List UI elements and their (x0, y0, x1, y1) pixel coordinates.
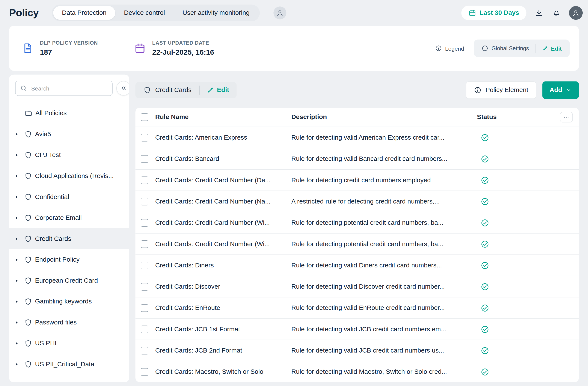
sidebar-collapse-button[interactable] (116, 81, 129, 95)
policy-item-label: CPJ Test (35, 151, 61, 159)
tab-device-control[interactable]: Device control (115, 6, 174, 20)
sidebar-policy-item[interactable]: US PII_Critical_Data (9, 354, 129, 375)
row-checkbox[interactable] (141, 155, 148, 163)
table-row[interactable]: Credit Cards: JCB 2nd Format Rule for de… (135, 340, 579, 361)
status-enabled-icon (481, 155, 489, 163)
sidebar-policy-item[interactable]: Corporate Email (9, 207, 129, 228)
row-checkbox[interactable] (141, 283, 148, 290)
select-all-checkbox[interactable] (141, 113, 148, 121)
chevron-right-icon (14, 341, 19, 345)
policy-item-label: Credit Cards (35, 235, 71, 242)
row-checkbox[interactable] (141, 219, 148, 226)
document-icon (22, 43, 33, 54)
shield-icon (24, 360, 32, 368)
policy-version-info: DLP POLICY VERSION 187 (22, 40, 98, 57)
table-row[interactable]: Credit Cards: Credit Card Number (Wi... … (135, 234, 579, 255)
sidebar-policy-item[interactable]: Cloud Applications (Revis... (9, 166, 129, 187)
top-bar-actions: Last 30 Days (461, 6, 583, 20)
tab-user-activity-monitoring[interactable]: User activity monitoring (174, 6, 258, 20)
status-enabled-icon (481, 346, 489, 355)
search-input[interactable] (30, 85, 108, 92)
updated-label: LAST UPDATED DATE (152, 40, 214, 46)
chevron-right-icon (14, 278, 19, 283)
edit-label: Edit (551, 45, 562, 51)
version-label: DLP POLICY VERSION (40, 40, 98, 46)
main-header: Credit Cards Edit Policy Element Add (135, 82, 579, 99)
user-avatar[interactable] (569, 6, 583, 20)
sidebar-item-all-policies[interactable]: All Policies (9, 105, 129, 122)
shield-icon (24, 256, 32, 263)
info-icon (435, 45, 442, 52)
table-row[interactable]: Credit Cards: Discover Rule for detectin… (135, 276, 579, 298)
date-range-button[interactable]: Last 30 Days (461, 6, 526, 20)
global-settings-button[interactable]: Global Settings (476, 40, 535, 57)
edit-global-settings-button[interactable]: Edit (535, 40, 568, 57)
sidebar-policy-item[interactable]: European Credit Card (9, 270, 129, 291)
download-button[interactable] (534, 8, 544, 18)
table-row[interactable]: Credit Cards: Maestro, Switch or Solo Ru… (135, 361, 579, 382)
tab-data-protection[interactable]: Data Protection (53, 6, 115, 20)
row-checkbox[interactable] (141, 176, 148, 184)
table-row[interactable]: Credit Cards: Credit Card Number (Wi... … (135, 212, 579, 234)
table-row[interactable]: Credit Cards: EnRoute Rule for detecting… (135, 298, 579, 319)
rule-description: Rule for detecting credit card numbers e… (292, 176, 477, 184)
row-checkbox[interactable] (141, 134, 148, 141)
row-checkbox[interactable] (141, 368, 148, 375)
table-options-button[interactable] (560, 112, 573, 123)
shield-icon (24, 277, 32, 284)
search-input-wrapper (15, 81, 113, 96)
sidebar-policy-item[interactable]: Endpoint Policy (9, 249, 129, 270)
edit-policy-button[interactable]: Edit (200, 82, 236, 98)
table-row[interactable]: Credit Cards: Credit Card Number (Na... … (135, 191, 579, 212)
sidebar-policy-item[interactable]: US PHI (9, 333, 129, 354)
rule-description: A restricted rule for detecting credit c… (292, 197, 477, 205)
sidebar-policy-item[interactable]: Confidential (9, 186, 129, 207)
notifications-button[interactable] (551, 8, 561, 18)
all-policies-label: All Policies (35, 109, 67, 117)
legend-button[interactable]: Legend (433, 44, 466, 52)
row-checkbox[interactable] (141, 240, 148, 248)
shield-icon (24, 130, 32, 138)
sidebar-policy-item[interactable]: CPJ Test (9, 145, 129, 166)
table-row[interactable]: Credit Cards: Bancard Rule for detecting… (135, 149, 579, 170)
rule-name: Credit Cards: Maestro, Switch or Solo (155, 368, 292, 375)
global-settings-label: Global Settings (491, 45, 529, 51)
bell-icon (552, 9, 561, 17)
row-checkbox[interactable] (141, 325, 148, 333)
sidebar-search-row (9, 75, 129, 96)
row-checkbox[interactable] (141, 347, 148, 354)
policy-page: Policy Data Protection Device control Us… (0, 0, 588, 386)
table-header-row: Rule Name Description Status (135, 108, 579, 127)
version-value: 187 (40, 48, 98, 57)
column-header-status: Status (477, 113, 497, 121)
main-tabs: Data Protection Device control User acti… (52, 4, 260, 21)
table-row[interactable]: Credit Cards: JCB 1st Format Rule for de… (135, 319, 579, 340)
policy-element-button[interactable]: Policy Element (466, 82, 536, 99)
shield-icon (24, 340, 32, 347)
policy-item-label: Confidential (35, 193, 69, 200)
sidebar-policy-item[interactable]: Password files (9, 312, 129, 333)
table-row[interactable]: Credit Cards: American Express Rule for … (135, 127, 579, 148)
rule-name: Credit Cards: Discover (155, 283, 292, 290)
collapse-icon (120, 85, 127, 92)
sidebar-policy-item[interactable]: Gambling keywords (9, 291, 129, 312)
sidebar-policy-item[interactable]: Credit Cards (9, 228, 129, 249)
chevron-right-icon (14, 194, 19, 199)
row-checkbox[interactable] (141, 197, 148, 205)
rule-name: Credit Cards: EnRoute (155, 304, 292, 312)
table-row[interactable]: Credit Cards: Diners Rule for detecting … (135, 255, 579, 276)
add-button[interactable]: Add (542, 82, 579, 99)
shield-icon (24, 172, 32, 180)
user-avatar-secondary[interactable] (274, 6, 287, 19)
rules-table-body: Credit Cards: American Express Rule for … (135, 127, 579, 382)
top-bar: Policy Data Protection Device control Us… (0, 0, 588, 26)
table-row[interactable]: Credit Cards: Credit Card Number (De... … (135, 170, 579, 191)
calendar-icon (134, 43, 146, 54)
policy-item-label: US PHI (35, 340, 57, 347)
sidebar-policy-item[interactable]: Avia5 (9, 124, 129, 145)
row-checkbox[interactable] (141, 261, 148, 269)
rule-description: Rule for detecting potential credit card… (292, 219, 477, 226)
info-bar-actions: Legend Global Settings Edit (433, 40, 570, 57)
folder-icon (25, 109, 32, 117)
row-checkbox[interactable] (141, 304, 148, 312)
